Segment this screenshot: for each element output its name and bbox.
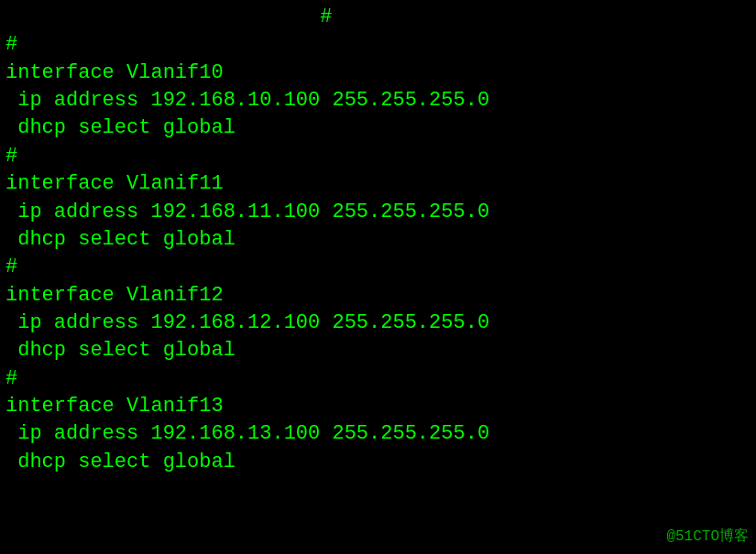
line-ip13: ip address 192.168.13.100 255.255.255.0 [5,420,751,448]
line-ip12: ip address 192.168.12.100 255.255.255.0 [5,310,751,337]
line-iface13: interface Vlanif13 [5,393,751,420]
line-dhcp12: dhcp select global [5,337,751,364]
line-hash2: # [5,254,751,281]
line-hash3: # [5,365,751,393]
line-iface11: interface Vlanif11 [5,170,751,198]
watermark: @51CTO博客 [666,527,749,547]
line-iface12: interface Vlanif12 [5,282,751,310]
line-hash-top: # [5,31,751,59]
line-dhcp11: dhcp select global [5,226,751,254]
line-partial-top: # [5,4,751,31]
line-ip11: ip address 192.168.11.100 255.255.255.0 [5,199,751,226]
line-dhcp10: dhcp select global [5,114,751,142]
terminal-window: # # interface Vlanif10 ip address 192.16… [0,0,756,554]
line-hash1: # [5,143,751,170]
line-ip10: ip address 192.168.10.100 255.255.255.0 [5,87,751,114]
line-iface10: interface Vlanif10 [5,60,751,87]
line-dhcp13: dhcp select global [5,449,751,476]
